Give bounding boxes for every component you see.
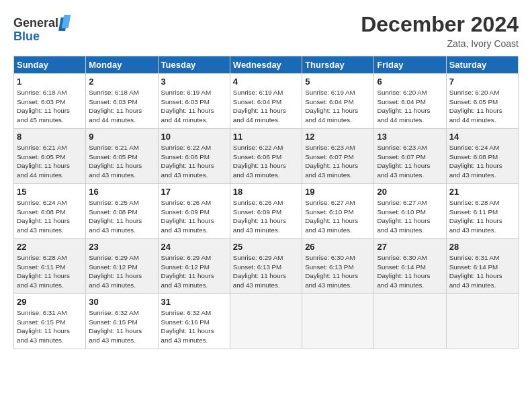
day-info: Sunrise: 6:29 AM Sunset: 6:12 PM Dayligh…	[161, 253, 227, 290]
day-number: 23	[89, 242, 154, 252]
day-info: Sunrise: 6:29 AM Sunset: 6:12 PM Dayligh…	[89, 253, 154, 290]
day-number: 14	[449, 132, 515, 142]
day-info: Sunrise: 6:22 AM Sunset: 6:06 PM Dayligh…	[233, 143, 299, 180]
table-row	[230, 294, 302, 349]
day-number: 5	[305, 77, 371, 87]
table-row: 18Sunrise: 6:26 AM Sunset: 6:09 PM Dayli…	[230, 184, 302, 239]
table-row: 12Sunrise: 6:23 AM Sunset: 6:07 PM Dayli…	[302, 129, 374, 184]
day-number: 15	[17, 187, 83, 197]
table-row: 30Sunrise: 6:32 AM Sunset: 6:15 PM Dayli…	[86, 294, 158, 349]
table-row: 4Sunrise: 6:19 AM Sunset: 6:04 PM Daylig…	[230, 74, 302, 129]
day-number: 29	[17, 297, 83, 307]
table-row: 28Sunrise: 6:31 AM Sunset: 6:14 PM Dayli…	[446, 239, 518, 294]
col-saturday: Saturday	[446, 56, 518, 74]
day-info: Sunrise: 6:20 AM Sunset: 6:04 PM Dayligh…	[377, 88, 443, 125]
day-info: Sunrise: 6:27 AM Sunset: 6:10 PM Dayligh…	[305, 198, 371, 235]
day-number: 22	[17, 242, 83, 252]
day-info: Sunrise: 6:26 AM Sunset: 6:09 PM Dayligh…	[233, 198, 299, 235]
day-info: Sunrise: 6:31 AM Sunset: 6:15 PM Dayligh…	[17, 308, 83, 345]
table-row	[374, 294, 446, 349]
day-info: Sunrise: 6:30 AM Sunset: 6:14 PM Dayligh…	[377, 253, 443, 290]
day-info: Sunrise: 6:18 AM Sunset: 6:03 PM Dayligh…	[89, 88, 154, 125]
day-info: Sunrise: 6:19 AM Sunset: 6:04 PM Dayligh…	[233, 88, 299, 125]
table-row: 6Sunrise: 6:20 AM Sunset: 6:04 PM Daylig…	[374, 74, 446, 129]
table-row: 5Sunrise: 6:19 AM Sunset: 6:04 PM Daylig…	[302, 74, 374, 129]
table-row: 29Sunrise: 6:31 AM Sunset: 6:15 PM Dayli…	[14, 294, 86, 349]
day-number: 20	[377, 187, 443, 197]
day-info: Sunrise: 6:32 AM Sunset: 6:15 PM Dayligh…	[89, 308, 154, 345]
day-number: 7	[449, 77, 515, 87]
day-number: 1	[17, 77, 83, 87]
day-number: 10	[161, 132, 227, 142]
table-row: 24Sunrise: 6:29 AM Sunset: 6:12 PM Dayli…	[158, 239, 230, 294]
calendar-week-row: 15Sunrise: 6:24 AM Sunset: 6:08 PM Dayli…	[14, 184, 519, 239]
day-info: Sunrise: 6:27 AM Sunset: 6:10 PM Dayligh…	[377, 198, 443, 235]
table-row: 9Sunrise: 6:21 AM Sunset: 6:05 PM Daylig…	[86, 129, 158, 184]
calendar-table: Sunday Monday Tuesday Wednesday Thursday…	[13, 56, 519, 349]
day-info: Sunrise: 6:23 AM Sunset: 6:07 PM Dayligh…	[377, 143, 443, 180]
day-number: 13	[377, 132, 443, 142]
day-number: 21	[449, 187, 515, 197]
calendar-week-row: 29Sunrise: 6:31 AM Sunset: 6:15 PM Dayli…	[14, 294, 519, 349]
logo: General Blue	[13, 12, 74, 48]
day-number: 6	[377, 77, 443, 87]
day-info: Sunrise: 6:18 AM Sunset: 6:03 PM Dayligh…	[17, 88, 83, 125]
table-row: 2Sunrise: 6:18 AM Sunset: 6:03 PM Daylig…	[86, 74, 158, 129]
day-number: 12	[305, 132, 371, 142]
col-thursday: Thursday	[302, 56, 374, 74]
table-row: 20Sunrise: 6:27 AM Sunset: 6:10 PM Dayli…	[374, 184, 446, 239]
col-wednesday: Wednesday	[230, 56, 302, 74]
day-info: Sunrise: 6:28 AM Sunset: 6:11 PM Dayligh…	[449, 198, 515, 235]
logo-wordmark: General Blue	[13, 12, 74, 48]
header: General Blue December 2024 Zata, Ivory C…	[13, 12, 519, 49]
day-info: Sunrise: 6:23 AM Sunset: 6:07 PM Dayligh…	[305, 143, 371, 180]
day-info: Sunrise: 6:31 AM Sunset: 6:14 PM Dayligh…	[449, 253, 515, 290]
day-number: 30	[89, 297, 154, 307]
day-number: 28	[449, 242, 515, 252]
day-number: 17	[161, 187, 227, 197]
day-number: 4	[233, 77, 299, 87]
day-info: Sunrise: 6:26 AM Sunset: 6:09 PM Dayligh…	[161, 198, 227, 235]
table-row: 10Sunrise: 6:22 AM Sunset: 6:06 PM Dayli…	[158, 129, 230, 184]
table-row: 7Sunrise: 6:20 AM Sunset: 6:05 PM Daylig…	[446, 74, 518, 129]
table-row: 23Sunrise: 6:29 AM Sunset: 6:12 PM Dayli…	[86, 239, 158, 294]
day-info: Sunrise: 6:30 AM Sunset: 6:13 PM Dayligh…	[305, 253, 371, 290]
table-row: 1Sunrise: 6:18 AM Sunset: 6:03 PM Daylig…	[14, 74, 86, 129]
table-row: 27Sunrise: 6:30 AM Sunset: 6:14 PM Dayli…	[374, 239, 446, 294]
table-row: 26Sunrise: 6:30 AM Sunset: 6:13 PM Dayli…	[302, 239, 374, 294]
day-info: Sunrise: 6:19 AM Sunset: 6:04 PM Dayligh…	[305, 88, 371, 125]
svg-text:Blue: Blue	[13, 30, 40, 43]
day-number: 18	[233, 187, 299, 197]
day-number: 27	[377, 242, 443, 252]
table-row: 21Sunrise: 6:28 AM Sunset: 6:11 PM Dayli…	[446, 184, 518, 239]
day-number: 9	[89, 132, 154, 142]
table-row: 31Sunrise: 6:32 AM Sunset: 6:16 PM Dayli…	[158, 294, 230, 349]
day-number: 3	[161, 77, 227, 87]
table-row: 3Sunrise: 6:19 AM Sunset: 6:03 PM Daylig…	[158, 74, 230, 129]
day-number: 19	[305, 187, 371, 197]
table-row	[302, 294, 374, 349]
svg-marker-3	[62, 15, 71, 28]
table-row: 16Sunrise: 6:25 AM Sunset: 6:08 PM Dayli…	[86, 184, 158, 239]
col-monday: Monday	[86, 56, 158, 74]
day-info: Sunrise: 6:25 AM Sunset: 6:08 PM Dayligh…	[89, 198, 154, 235]
calendar-week-row: 8Sunrise: 6:21 AM Sunset: 6:05 PM Daylig…	[14, 129, 519, 184]
day-number: 24	[161, 242, 227, 252]
day-number: 26	[305, 242, 371, 252]
table-row: 13Sunrise: 6:23 AM Sunset: 6:07 PM Dayli…	[374, 129, 446, 184]
day-info: Sunrise: 6:21 AM Sunset: 6:05 PM Dayligh…	[17, 143, 83, 180]
page: General Blue December 2024 Zata, Ivory C…	[0, 0, 532, 356]
table-row: 22Sunrise: 6:28 AM Sunset: 6:11 PM Dayli…	[14, 239, 86, 294]
svg-text:General: General	[13, 16, 58, 30]
day-number: 8	[17, 132, 83, 142]
day-number: 2	[89, 77, 154, 87]
table-row: 15Sunrise: 6:24 AM Sunset: 6:08 PM Dayli…	[14, 184, 86, 239]
col-friday: Friday	[374, 56, 446, 74]
day-number: 31	[161, 297, 227, 307]
day-info: Sunrise: 6:22 AM Sunset: 6:06 PM Dayligh…	[161, 143, 227, 180]
day-info: Sunrise: 6:21 AM Sunset: 6:05 PM Dayligh…	[89, 143, 154, 180]
day-info: Sunrise: 6:24 AM Sunset: 6:08 PM Dayligh…	[17, 198, 83, 235]
day-info: Sunrise: 6:19 AM Sunset: 6:03 PM Dayligh…	[161, 88, 227, 125]
calendar-week-row: 22Sunrise: 6:28 AM Sunset: 6:11 PM Dayli…	[14, 239, 519, 294]
day-number: 11	[233, 132, 299, 142]
